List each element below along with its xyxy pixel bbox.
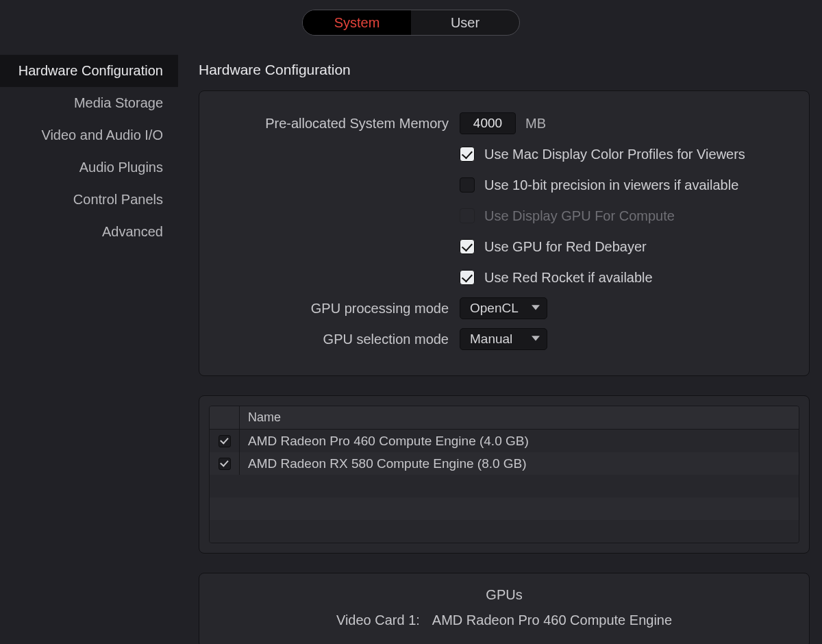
label-gpu-red-debayer: Use GPU for Red Debayer <box>484 239 647 255</box>
table-row <box>210 520 799 543</box>
gpu-name-1: AMD Radeon RX 580 Compute Engine (8.0 GB… <box>240 456 527 471</box>
tab-user[interactable]: User <box>411 10 519 35</box>
sidebar-item-control-panels[interactable]: Control Panels <box>0 184 178 216</box>
tab-system[interactable]: System <box>303 10 411 35</box>
panel-gpus-info: GPUs Video Card 1: AMD Radeon Pro 460 Co… <box>199 573 810 644</box>
sidebar-item-audio-plugins[interactable]: Audio Plugins <box>0 151 178 184</box>
label-display-gpu-compute: Use Display GPU For Compute <box>484 208 675 224</box>
table-row[interactable]: AMD Radeon RX 580 Compute Engine (8.0 GB… <box>210 452 799 475</box>
input-preallocated-memory[interactable] <box>460 112 516 134</box>
checkbox-display-gpu-compute <box>460 208 475 223</box>
value-video-card-1: AMD Radeon Pro 460 Compute Engine <box>432 612 672 628</box>
chevron-down-icon <box>532 304 540 312</box>
system-user-toggle: System User <box>302 10 520 36</box>
select-gpu-selection-value: Manual <box>470 332 512 347</box>
label-preallocated-memory: Pre-allocated System Memory <box>220 116 460 132</box>
chevron-down-icon <box>532 334 540 343</box>
checkbox-mac-display-profiles[interactable] <box>460 147 475 162</box>
sidebar: Hardware Configuration Media Storage Vid… <box>0 55 178 644</box>
gpu-table: Name AMD Radeon Pro 460 Compute Engine (… <box>209 406 799 543</box>
gpu-table-header-name: Name <box>240 410 281 425</box>
label-10bit-precision: Use 10-bit precision in viewers if avail… <box>484 177 738 193</box>
checkbox-gpu-red-debayer[interactable] <box>460 239 475 254</box>
checkbox-red-rocket[interactable] <box>460 270 475 285</box>
label-gpu-selection-mode: GPU selection mode <box>220 332 460 347</box>
sidebar-item-video-audio-io[interactable]: Video and Audio I/O <box>0 119 178 151</box>
gpus-title: GPUs <box>220 587 788 603</box>
sidebar-item-advanced[interactable]: Advanced <box>0 216 178 248</box>
unit-mb: MB <box>525 116 546 132</box>
checkbox-gpu-row-0[interactable] <box>219 435 231 447</box>
checkbox-10bit-precision[interactable] <box>460 177 475 193</box>
panel-hardware-settings: Pre-allocated System Memory MB Use Mac D… <box>199 90 810 376</box>
panel-gpu-list: Name AMD Radeon Pro 460 Compute Engine (… <box>199 395 810 554</box>
sidebar-item-media-storage[interactable]: Media Storage <box>0 87 178 119</box>
select-gpu-selection-mode[interactable]: Manual <box>460 328 547 350</box>
label-gpu-processing-mode: GPU processing mode <box>220 301 460 317</box>
label-video-card-1: Video Card 1: <box>336 612 420 628</box>
page-title: Hardware Configuration <box>199 62 810 78</box>
label-mac-display-profiles: Use Mac Display Color Profiles for Viewe… <box>484 147 745 162</box>
table-row <box>210 475 799 497</box>
gpu-name-0: AMD Radeon Pro 460 Compute Engine (4.0 G… <box>240 434 529 449</box>
label-red-rocket: Use Red Rocket if available <box>484 270 653 286</box>
table-row <box>210 497 799 520</box>
select-gpu-processing-value: OpenCL <box>470 301 519 316</box>
sidebar-item-hardware-configuration[interactable]: Hardware Configuration <box>0 55 178 87</box>
table-row[interactable]: AMD Radeon Pro 460 Compute Engine (4.0 G… <box>210 430 799 452</box>
checkbox-gpu-row-1[interactable] <box>219 458 231 470</box>
select-gpu-processing-mode[interactable]: OpenCL <box>460 297 547 319</box>
